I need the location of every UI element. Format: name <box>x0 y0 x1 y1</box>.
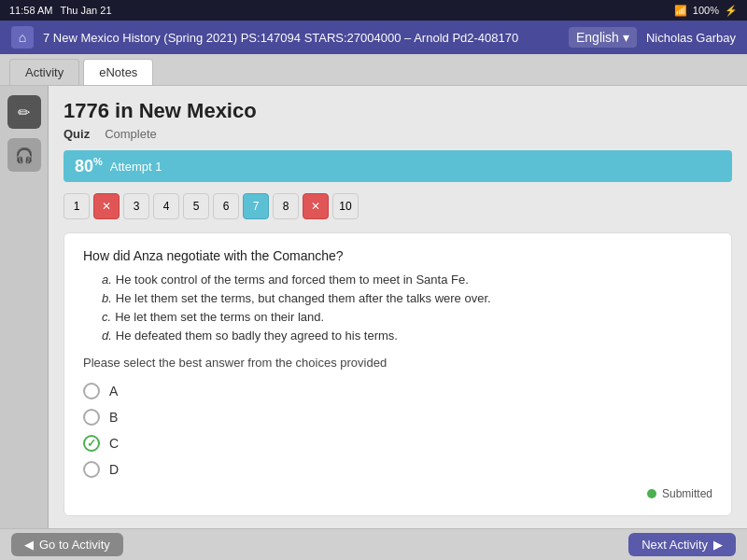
submitted-text: Submitted <box>662 487 712 500</box>
q-nav-btn-1[interactable]: 1 <box>63 193 90 219</box>
q-nav-btn-9[interactable]: ✕ <box>303 193 329 219</box>
option-a-label: A <box>109 384 118 399</box>
option-d-label: D <box>109 462 119 477</box>
submitted-badge: Submitted <box>83 487 712 500</box>
tab-bar: Activity eNotes <box>0 54 747 86</box>
quiz-label: Quiz <box>63 127 90 141</box>
answer-a: a.He took control of the terms and force… <box>83 273 712 287</box>
audio-tool-button[interactable]: 🎧 <box>7 138 41 172</box>
nav-title: 7 New Mexico History (Spring 2021) PS:14… <box>43 31 518 45</box>
top-nav: ⌂ 7 New Mexico History (Spring 2021) PS:… <box>0 21 747 54</box>
left-toolbar: ✏ 🎧 <box>0 86 49 528</box>
answer-list: a.He took control of the terms and force… <box>83 273 712 343</box>
q-nav-btn-8[interactable]: 8 <box>273 193 299 219</box>
radio-a[interactable] <box>83 383 100 399</box>
submitted-dot <box>647 489 656 498</box>
wifi-icon: 📶 <box>674 5 687 17</box>
option-d[interactable]: D <box>83 461 712 478</box>
option-a[interactable]: A <box>83 383 712 399</box>
home-button[interactable]: ⌂ <box>11 26 34 49</box>
prev-label: Go to Activity <box>39 538 110 552</box>
quiz-complete-label: Complete <box>105 127 157 141</box>
option-b-label: B <box>109 410 118 425</box>
q-nav-btn-7[interactable]: 7 <box>243 193 269 219</box>
content-area: 1776 in New Mexico Quiz Complete 80% Att… <box>49 86 747 528</box>
option-b[interactable]: B <box>83 409 712 426</box>
attempt-label: Attempt 1 <box>110 160 162 174</box>
q-nav-btn-6[interactable]: 6 <box>213 193 239 219</box>
options-list: A B C D <box>83 383 712 478</box>
answer-c: c.He let them set the terms on their lan… <box>83 310 712 324</box>
question-nav: 1 ✕ 3 4 5 6 7 8 ✕ 10 <box>63 193 732 219</box>
option-c[interactable]: C <box>83 435 712 452</box>
language-label: English <box>576 30 619 45</box>
question-text: How did Anza negotiate with the Comanche… <box>83 248 712 263</box>
pencil-icon: ✏ <box>18 104 30 121</box>
next-label: Next Activity <box>641 538 708 552</box>
battery-pct: 100% <box>693 5 719 16</box>
main-area: ✏ 🎧 1776 in New Mexico Quiz Complete 80%… <box>0 86 747 528</box>
bottom-bar: ◀ Go to Activity Next Activity ▶ <box>0 528 747 560</box>
quiz-status: Quiz Complete <box>63 127 732 141</box>
q-nav-btn-4[interactable]: 4 <box>153 193 179 219</box>
q-nav-btn-5[interactable]: 5 <box>183 193 209 219</box>
progress-bar: 80% Attempt 1 <box>63 150 732 182</box>
option-c-label: C <box>109 436 119 451</box>
answer-d: d.He defeated them so badly they agreed … <box>83 329 712 343</box>
prev-activity-button[interactable]: ◀ Go to Activity <box>11 533 123 556</box>
battery-icon: ⚡ <box>725 5 738 17</box>
instruction-text: Please select the best answer from the c… <box>83 356 712 370</box>
tab-activity[interactable]: Activity <box>9 59 79 85</box>
prev-arrow-icon: ◀ <box>24 538 34 552</box>
radio-c[interactable] <box>83 435 100 452</box>
progress-percent: 80% <box>75 156 103 176</box>
radio-d[interactable] <box>83 461 100 478</box>
q-nav-btn-10[interactable]: 10 <box>332 193 359 219</box>
home-icon: ⌂ <box>19 30 26 45</box>
next-activity-button[interactable]: Next Activity ▶ <box>628 533 736 556</box>
status-bar: 11:58 AM Thu Jan 21 📶 100% ⚡ <box>0 0 747 21</box>
q-nav-btn-2[interactable]: ✕ <box>93 193 120 219</box>
date: Thu Jan 21 <box>60 5 111 16</box>
headphone-icon: 🎧 <box>15 147 34 164</box>
radio-b[interactable] <box>83 409 100 426</box>
answer-b: b.He let them set the terms, but changed… <box>83 291 712 305</box>
question-card: How did Anza negotiate with the Comanche… <box>63 232 732 516</box>
next-arrow-icon: ▶ <box>713 538 723 552</box>
language-selector[interactable]: English ▾ <box>569 27 637 48</box>
q-nav-btn-3[interactable]: 3 <box>123 193 149 219</box>
time: 11:58 AM <box>9 5 52 16</box>
tab-enotes[interactable]: eNotes <box>83 59 153 85</box>
chevron-down-icon: ▾ <box>623 30 629 45</box>
page-title: 1776 in New Mexico <box>63 99 732 123</box>
pencil-tool-button[interactable]: ✏ <box>7 95 41 129</box>
user-name: Nicholas Garbay <box>646 31 736 45</box>
